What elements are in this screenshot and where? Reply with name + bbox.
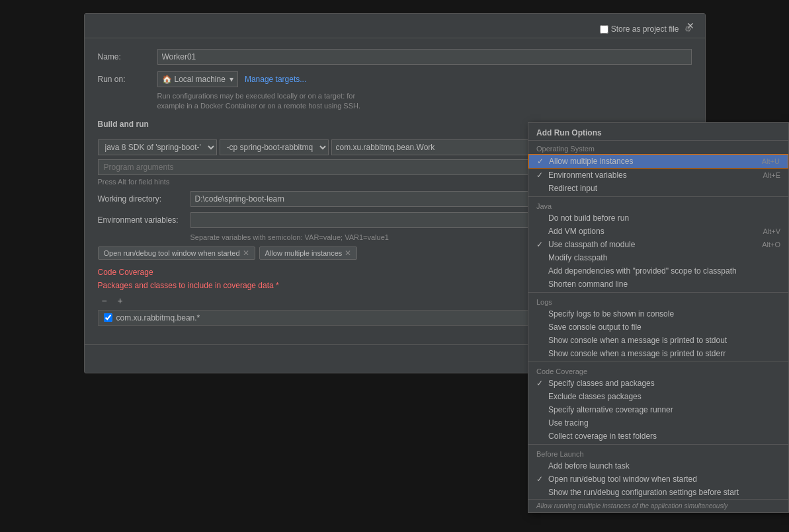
coverage-packages-label: Packages and classes to include in cover… xyxy=(98,281,692,290)
run-on-label: Run on: xyxy=(98,75,157,84)
store-project-label: Store as project file xyxy=(611,24,679,34)
env-vars-row: Environment variables: xyxy=(98,212,692,228)
env-vars-label: Environment variables: xyxy=(98,215,190,225)
run-on-row: Run on: 🏠 Local machine ▾ Manage targets… xyxy=(98,71,692,87)
coverage-toolbar: − + xyxy=(98,294,692,307)
coverage-label: Code Coverage xyxy=(98,268,692,277)
build-row: java 8 SDK of 'spring-boot-' -cp spring-… xyxy=(98,139,692,155)
store-project-row: Store as project file ⚙ xyxy=(600,24,692,34)
run-hint: Run configurations may be executed local… xyxy=(157,91,692,112)
cp-select[interactable]: -cp spring-boot-rabbitmq xyxy=(220,139,329,155)
tag2-close-icon[interactable]: ✕ xyxy=(345,248,351,258)
build-run-title: Build and run xyxy=(98,120,149,129)
main-class-input[interactable] xyxy=(331,139,692,155)
run-config-dialog: ✕ Store as project file ⚙ Name: Run on: … xyxy=(84,13,706,373)
code-coverage-section: Code Coverage Packages and classes to in… xyxy=(98,268,692,326)
run-on-dropdown[interactable]: 🏠 Local machine ▾ xyxy=(157,71,238,87)
build-run-header: Build and run Modify options ▾ Alt+M xyxy=(98,120,692,134)
coverage-plus-button[interactable]: + xyxy=(114,294,127,307)
coverage-item-text: com.xu.rabbitmq.bean.* xyxy=(116,313,200,323)
env-hint-text: Separate variables with semicolon: VAR=v… xyxy=(190,233,692,241)
program-args-input[interactable] xyxy=(98,159,692,175)
working-dir-input[interactable] xyxy=(190,191,692,207)
manage-targets-link[interactable]: Manage targets... xyxy=(245,75,306,84)
name-label: Name: xyxy=(98,52,157,61)
tag-allow-multiple: Allow multiple instances ✕ xyxy=(259,247,358,260)
dialog-content: Store as project file ⚙ Name: Run on: 🏠 … xyxy=(85,38,705,344)
java-sdk-select[interactable]: java 8 SDK of 'spring-boot-' xyxy=(98,139,217,155)
tags-row: Open run/debug tool window when started … xyxy=(98,247,692,260)
coverage-minus-button[interactable]: − xyxy=(98,294,111,307)
name-row: Name: xyxy=(98,49,692,65)
dialog-footer: OK xyxy=(85,344,705,373)
field-hints-text: Press Alt for field hints xyxy=(98,178,692,186)
tag1-close-icon[interactable]: ✕ xyxy=(243,248,249,258)
coverage-list: com.xu.rabbitmq.bean.* xyxy=(98,310,692,326)
house-icon: 🏠 xyxy=(162,75,172,84)
name-input[interactable] xyxy=(157,49,692,65)
chevron-icon: ▾ xyxy=(229,75,233,84)
working-dir-row: Working directory: xyxy=(98,191,692,207)
tag-open-window: Open run/debug tool window when started … xyxy=(98,247,255,260)
build-run-section: Build and run Modify options ▾ Alt+M jav… xyxy=(98,120,692,260)
coverage-item-checkbox[interactable] xyxy=(104,313,112,322)
modify-options-button[interactable]: Modify options ▾ Alt+M xyxy=(610,122,691,132)
coverage-list-item: com.xu.rabbitmq.bean.* xyxy=(104,313,686,323)
gear-icon: ⚙ xyxy=(685,24,692,34)
local-machine-text: Local machine xyxy=(175,75,226,84)
working-dir-label: Working directory: xyxy=(98,194,190,204)
env-vars-input[interactable] xyxy=(190,212,692,228)
ok-button[interactable]: OK xyxy=(652,352,692,366)
store-project-checkbox[interactable] xyxy=(600,25,608,34)
